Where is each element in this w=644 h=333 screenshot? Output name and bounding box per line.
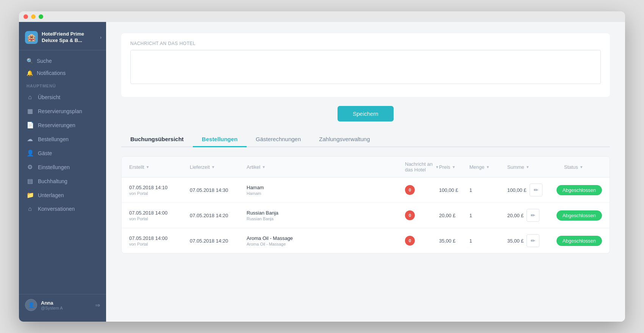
table-header: Erstellt ▼ Lieferzeit ▼ Artikel ▼ Nachri… xyxy=(122,157,610,177)
footer-user-info: Anna @System A xyxy=(41,300,91,310)
cell-status-1: Abgeschlossen xyxy=(564,210,602,221)
cell-status-2: Abgeschlossen xyxy=(564,236,602,246)
status-badge-2: Abgeschlossen xyxy=(556,236,602,246)
message-textarea[interactable] xyxy=(130,50,601,84)
message-badge-1[interactable]: 0 xyxy=(405,210,415,220)
sort-lieferzeit-icon: ▼ xyxy=(211,165,215,169)
sidebar-item-reservierungsplan[interactable]: ▦ Reservierungsplan xyxy=(19,104,106,118)
message-label: NACHRICHT AN DAS HOTEL xyxy=(130,41,601,46)
status-badge-0: Abgeschlossen xyxy=(556,185,602,195)
message-badge-2[interactable]: 0 xyxy=(405,236,415,246)
user-icon: 👤 xyxy=(27,149,33,157)
tab-gasterechnungen[interactable]: Gästerechnungen xyxy=(247,132,310,147)
cell-summe-1: 20,00 £ ✏ xyxy=(507,209,564,222)
cell-artikel-0: Hamam Hamam xyxy=(247,185,405,196)
table-row: 07.05.2018 14:00 von Portal 07.05.2018 1… xyxy=(122,203,610,228)
search-label: Suche xyxy=(37,58,52,64)
tab-bestellungen[interactable]: Bestellungen xyxy=(193,132,247,147)
calendar-icon: ▦ xyxy=(27,107,33,115)
cell-lieferzeit-1: 07.05.2018 14:20 xyxy=(190,213,247,218)
cell-preis-0: 100,00 £ xyxy=(439,187,469,193)
tab-zahlungsverwaltung[interactable]: Zahlungsverwaltung xyxy=(310,132,379,147)
close-button[interactable] xyxy=(23,14,28,19)
status-badge-1: Abgeschlossen xyxy=(556,210,602,221)
sort-artikel-icon: ▼ xyxy=(262,165,266,169)
sidebar-item-search[interactable]: 🔍 Suche xyxy=(19,55,106,67)
logout-button[interactable]: ⇒ xyxy=(95,302,100,309)
cell-menge-0: 1 xyxy=(469,187,507,193)
maximize-button[interactable] xyxy=(39,14,43,19)
gear-icon: ⚙ xyxy=(27,163,33,171)
home-icon: ⌂ xyxy=(27,94,33,101)
minimize-button[interactable] xyxy=(31,14,36,19)
brand-icon: 🏨 xyxy=(25,31,38,44)
footer-system: @System A xyxy=(41,306,91,310)
th-status[interactable]: Status ▼ xyxy=(564,161,602,173)
save-button[interactable]: Speichern xyxy=(338,106,394,121)
cell-nachricht-1: 0 xyxy=(405,210,439,220)
brand-text: HotelFriend Prime Deluxe Spa & B... xyxy=(42,31,84,44)
cell-summe-0: 100,00 £ ✏ xyxy=(507,184,564,196)
brand-sub: Deluxe Spa & B... xyxy=(42,37,84,44)
main-menu-label: HAUPTMENÜ xyxy=(19,79,106,90)
user-avatar: 👤 xyxy=(25,299,37,311)
message-badge-0[interactable]: 0 xyxy=(405,185,415,195)
sort-summe-icon: ▼ xyxy=(526,165,530,169)
folder-icon: 📁 xyxy=(27,191,33,199)
bell-icon: 🔔 xyxy=(27,70,33,76)
sort-erstellt-icon: ▼ xyxy=(146,165,150,169)
notifications-label: Notifications xyxy=(37,70,66,76)
sort-nachricht-icon: ▼ xyxy=(435,165,439,169)
sort-status-icon: ▼ xyxy=(580,165,583,169)
cell-lieferzeit-0: 07.05.2018 14:30 xyxy=(190,187,247,193)
accounting-icon: ▤ xyxy=(27,177,33,185)
main-window: 🏨 HotelFriend Prime Deluxe Spa & B... › … xyxy=(19,11,625,322)
orders-table: Erstellt ▼ Lieferzeit ▼ Artikel ▼ Nachri… xyxy=(121,156,610,254)
edit-button-0[interactable]: ✏ xyxy=(530,184,542,196)
table-row: 07.05.2018 14:10 von Portal 07.05.2018 1… xyxy=(122,177,610,203)
document-icon: 📄 xyxy=(27,121,33,129)
cell-summe-2: 35,00 £ ✏ xyxy=(507,234,564,247)
main-content: NACHRICHT AN DAS HOTEL Speichern Buchung… xyxy=(106,22,625,322)
th-nachricht[interactable]: Nachricht an das Hotel ▼ xyxy=(405,161,439,173)
table-row: 07.05.2018 14:00 von Portal 07.05.2018 1… xyxy=(122,228,610,253)
cell-status-0: Abgeschlossen xyxy=(564,185,602,195)
sort-menge-icon: ▼ xyxy=(486,165,490,169)
message-section: NACHRICHT AN DAS HOTEL xyxy=(121,33,610,97)
tabs-bar: Buchungsübersicht Bestellungen Gästerech… xyxy=(121,132,610,147)
titlebar xyxy=(19,11,625,22)
th-artikel[interactable]: Artikel ▼ xyxy=(247,161,405,173)
sidebar-item-ubersicht[interactable]: ⌂ Übersicht xyxy=(19,90,106,104)
chat-icon: ⌂ xyxy=(27,205,33,212)
cell-preis-1: 20,00 £ xyxy=(439,213,469,218)
th-lieferzeit[interactable]: Lieferzeit ▼ xyxy=(190,161,247,173)
sidebar-item-buchhaltung[interactable]: ▤ Buchhaltung xyxy=(19,174,106,188)
chevron-right-icon: › xyxy=(100,35,102,40)
sidebar-item-konversationen[interactable]: ⌂ Konversationen xyxy=(19,202,106,216)
content-area: NACHRICHT AN DAS HOTEL Speichern Buchung… xyxy=(106,22,625,322)
cell-erstellt-0: 07.05.2018 14:10 von Portal xyxy=(129,185,190,196)
th-preis[interactable]: Preis ▼ xyxy=(439,161,469,173)
th-erstellt[interactable]: Erstellt ▼ xyxy=(129,161,190,173)
brand-header[interactable]: 🏨 HotelFriend Prime Deluxe Spa & B... › xyxy=(19,28,106,50)
edit-button-2[interactable]: ✏ xyxy=(527,234,539,247)
tab-buchungsubersicht[interactable]: Buchungsübersicht xyxy=(121,132,193,147)
cell-erstellt-2: 07.05.2018 14:00 von Portal xyxy=(129,235,190,246)
sidebar-item-bestellungen[interactable]: ☁ Bestellungen xyxy=(19,132,106,146)
sidebar-item-gaste[interactable]: 👤 Gäste xyxy=(19,146,106,160)
th-menge[interactable]: Menge ▼ xyxy=(469,161,507,173)
cell-menge-1: 1 xyxy=(469,213,507,218)
sidebar-item-notifications[interactable]: 🔔 Notifications xyxy=(19,67,106,79)
sidebar-item-unterlagen[interactable]: 📁 Unterlagen xyxy=(19,188,106,202)
sidebar-item-reservierungen[interactable]: 📄 Reservierungen xyxy=(19,118,106,132)
brand-name: HotelFriend Prime xyxy=(42,31,84,37)
sidebar-item-einstellungen[interactable]: ⚙ Einstellungen xyxy=(19,160,106,174)
cell-erstellt-1: 07.05.2018 14:00 von Portal xyxy=(129,210,190,221)
sidebar: 🏨 HotelFriend Prime Deluxe Spa & B... › … xyxy=(19,22,106,322)
th-summe[interactable]: Summe ▼ xyxy=(507,161,564,173)
edit-button-1[interactable]: ✏ xyxy=(527,209,539,222)
cell-artikel-2: Aroma Oil - Massage Aroma Oil - Massage xyxy=(247,235,405,246)
cell-nachricht-0: 0 xyxy=(405,185,439,195)
search-icon: 🔍 xyxy=(27,58,33,64)
cell-artikel-1: Russian Banja Russian Banja xyxy=(247,210,405,221)
